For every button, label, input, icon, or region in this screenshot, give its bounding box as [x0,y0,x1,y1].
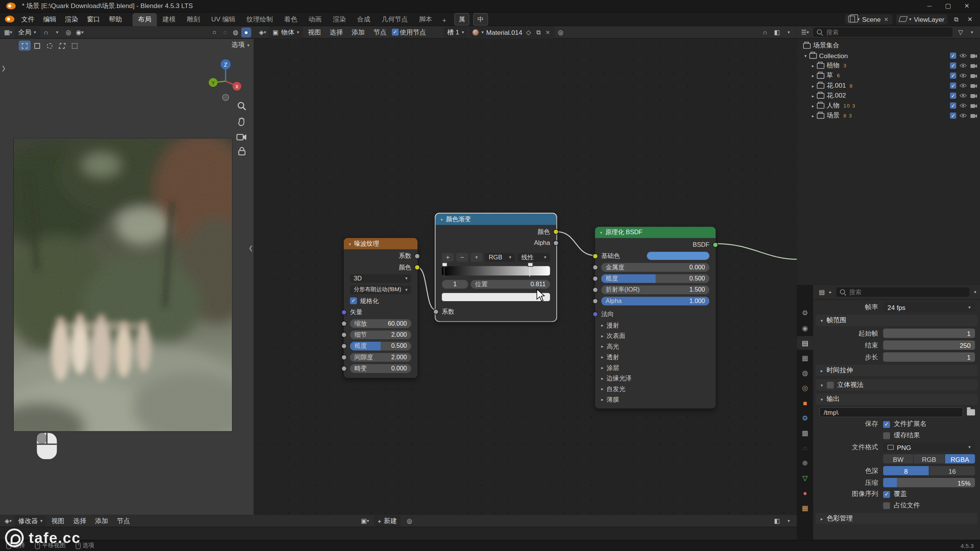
remove-viewlayer-icon[interactable]: ✕ [965,14,975,24]
hide-viewport-eye-icon[interactable] [959,83,967,89]
new-node-tree-button[interactable]: + 新建 [374,515,400,526]
hide-viewport-eye-icon[interactable] [959,72,967,78]
frame-start-field[interactable]: 1 [883,329,975,338]
disable-render-camera-icon[interactable] [970,62,978,68]
vector-input-socket[interactable] [341,309,347,315]
file-format-dropdown[interactable]: PNG ▾ [883,442,975,452]
select-tweak-tool[interactable] [19,41,31,51]
base-color-swatch[interactable] [647,252,709,260]
zoom-icon[interactable] [237,101,247,111]
snap-magnet-icon[interactable]: ∩ [41,27,51,37]
geo-menu-select[interactable]: 选择 [69,515,90,526]
bsdf-normal-input[interactable]: 法向 [595,309,715,318]
outliner-row-flower-001[interactable]: ▸ 花.001 8 [797,81,980,91]
maximize-button[interactable]: ▢ [939,0,957,12]
node-canvas[interactable]: ▾ 噪波纹理 系数 颜色 3D▾ [254,39,797,515]
bsdf-output-socket[interactable] [712,242,718,248]
outliner-row-plants[interactable]: ▸ 植物 3 [797,60,980,70]
hide-viewport-eye-icon[interactable] [959,52,967,59]
file-extensions-checkbox[interactable] [883,421,890,428]
blender-menu-icon[interactable] [5,16,14,23]
minimize-button[interactable]: ─ [920,0,939,12]
viewport-options-dropdown[interactable]: 选项 ▾ [232,41,250,49]
add-workspace-button[interactable]: + [438,15,451,26]
disable-render-camera-icon[interactable] [970,93,978,99]
browse-node-tree-icon[interactable]: ▣▾ [360,516,370,526]
bsdf-panel-specular[interactable]: ▸高光 [595,342,715,351]
bsdf-base-color-row[interactable]: 基础色 [595,251,715,260]
alpha-input-socket[interactable] [593,298,598,304]
shading-solid-icon[interactable]: ◌ [220,27,230,37]
collapse-icon[interactable]: ▾ [349,241,351,246]
disable-render-camera-icon[interactable] [970,83,978,89]
pin-icon[interactable]: ◎ [405,516,415,526]
new-material-icon[interactable]: ⧉ [535,27,542,37]
depth-16-button[interactable]: 16 [929,466,975,475]
noise-output-color[interactable]: 颜色 [344,262,418,272]
geo-menu-node[interactable]: 节点 [113,515,134,526]
world-properties-icon[interactable]: ◎ [797,381,813,395]
geo-mode-dropdown[interactable]: 修改器 ▾ [15,515,46,526]
ramp-stop-active[interactable] [529,265,530,277]
noise-scale-field[interactable]: 缩放60.000 [344,319,418,328]
outliner-root-row[interactable]: 场景集合 [797,41,980,51]
sidebar-expand-icon[interactable]: ❮ [248,245,253,251]
ramp-index-field[interactable]: 1 [442,280,468,289]
outliner-row-collection[interactable]: ▾ Collection [797,51,980,60]
toolbar-expand-icon[interactable]: ❯ [1,65,6,71]
ramp-stop-0[interactable] [444,265,445,277]
shader-menu-select[interactable]: 选择 [326,26,346,37]
hide-viewport-eye-icon[interactable] [959,93,967,99]
select-circle-tool[interactable] [44,41,56,51]
fac-output-socket[interactable] [414,253,420,259]
bsdf-metallic-field[interactable]: 金属度0.000 [595,262,715,272]
workspace-tab-animation[interactable]: 动画 [303,13,327,26]
snap-icon[interactable]: ∩ [760,27,770,37]
workspace-tab-scripting[interactable]: 脚本 [413,13,438,26]
geo-menu-view[interactable]: 视图 [47,515,68,526]
workspace-tab-uv[interactable]: UV 编辑 [206,13,241,26]
outliner-row-scene[interactable]: ▸ 场景 8 3 [797,111,980,121]
close-button[interactable]: ✕ [957,0,976,12]
view-layer-properties-icon[interactable]: ▦ [797,351,813,365]
material-slot-dropdown[interactable]: 槽 1 ▾ [443,26,467,37]
proportional-edit-icon[interactable]: ◎ [64,27,74,37]
output-properties-icon[interactable]: ▤ [797,336,813,350]
overlays-options-icon[interactable]: ▾ [784,27,794,37]
object-properties-icon[interactable]: ■ [797,396,813,410]
menu-help[interactable]: 帮助 [105,13,126,24]
stereoscopy-checkbox[interactable] [826,381,833,388]
shader-menu-node[interactable]: 节点 [370,26,390,37]
workspace-tab-modeling[interactable]: 建模 [157,13,181,26]
scene-selector[interactable]: ▾ Scene ✕ [845,14,892,24]
noise-lacunarity-field[interactable]: 间隙度2.000 [344,352,418,362]
shading-wireframe-icon[interactable]: ○ [209,27,219,37]
color-output-socket[interactable] [414,264,420,270]
bsdf-panel-thin-film[interactable]: ▸薄膜 [595,395,715,404]
disable-render-camera-icon[interactable] [970,103,978,109]
expand-icon[interactable]: ▸ [812,113,814,117]
depth-8-button[interactable]: 8 [883,466,929,475]
viewlayer-selector[interactable]: ▾ ViewLayer [896,14,947,24]
collapse-icon[interactable]: ▾ [600,230,602,235]
menu-file[interactable]: 文件 [17,13,39,24]
particles-properties-icon[interactable]: ▩ [797,426,813,440]
outliner-row-grass[interactable]: ▸ 草 6 [797,70,980,80]
geometry-nodes-canvas[interactable] [0,527,797,540]
bsdf-panel-subsurface[interactable]: ▸次表面 [595,331,715,340]
detail-input-socket[interactable] [341,332,347,337]
editor-type-icon[interactable]: ◈▾ [258,27,268,37]
open-folder-icon[interactable] [967,409,975,415]
physics-properties-icon[interactable]: ◌ [797,441,813,455]
properties-search-input[interactable] [849,289,966,295]
select-box-tool[interactable] [31,41,43,51]
shading-material-icon[interactable]: ◍ [230,27,240,37]
outliner-row-flower-002[interactable]: ▸ 花.002 [797,91,980,101]
color-ramp-gradient[interactable] [442,266,550,276]
lacunarity-input-socket[interactable] [341,354,347,360]
fac-input-socket[interactable] [433,309,439,315]
disable-render-camera-icon[interactable] [970,72,978,78]
workspace-tab-layout[interactable]: 布局 [132,13,157,26]
remove-stop-button[interactable]: − [456,253,468,261]
noise-roughness-field[interactable]: 糙度0.500 [344,341,418,350]
